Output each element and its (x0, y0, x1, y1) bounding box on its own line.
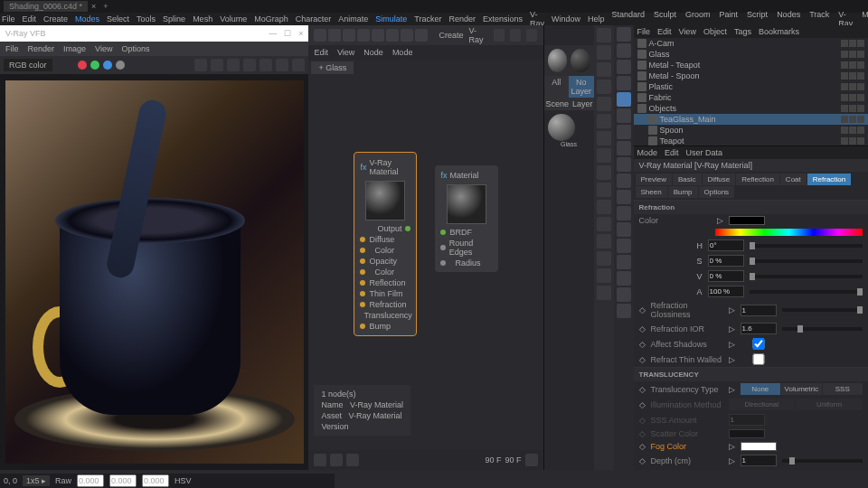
object-manager[interactable]: A-CamGlassMetal - TeapotMetal - SpoonPla… (634, 38, 869, 146)
vfb-menu-options[interactable]: Options (121, 44, 149, 53)
palette-icon[interactable] (597, 286, 611, 300)
alpha-slider[interactable] (750, 290, 863, 294)
output-port[interactable] (405, 226, 410, 231)
shadows-checkbox[interactable] (741, 338, 777, 350)
vfb-menu-file[interactable]: File (5, 44, 19, 53)
na-menu-create[interactable]: Create (439, 31, 463, 40)
input-port[interactable] (440, 260, 446, 266)
ol-menu-edit[interactable]: Edit (657, 27, 672, 36)
panel-icon[interactable] (617, 206, 631, 221)
palette-icon[interactable] (597, 97, 611, 111)
input-port[interactable] (360, 291, 365, 296)
na-tool-icon[interactable] (314, 29, 326, 42)
panel-icon[interactable] (617, 287, 631, 302)
tool-icon[interactable] (292, 59, 305, 71)
panel-icon[interactable] (617, 255, 631, 269)
palette-icon[interactable] (597, 62, 611, 77)
na-tool-icon[interactable] (415, 29, 428, 42)
panel-icon[interactable] (617, 108, 631, 123)
input-port[interactable] (440, 245, 445, 250)
outliner-row[interactable]: Teapot (634, 136, 869, 146)
na-tool-icon[interactable] (346, 454, 359, 466)
menu-volume[interactable]: Volume (220, 14, 247, 23)
filter-all[interactable]: All (544, 76, 570, 98)
tab-preview[interactable]: Preview (636, 174, 672, 185)
panel-icon[interactable] (617, 239, 631, 253)
sat-slider[interactable] (750, 259, 863, 263)
outliner-row[interactable]: Plastic (634, 81, 869, 92)
hsv-label[interactable]: HSV (175, 476, 192, 485)
palette-icon[interactable] (597, 200, 611, 214)
palette-icon[interactable] (597, 183, 611, 197)
section-translucency[interactable]: TRANSLUCENCY (634, 367, 869, 381)
gray-dot-icon[interactable] (116, 61, 125, 70)
panel-icon[interactable] (617, 60, 631, 74)
ol-menu-object[interactable]: Object (703, 27, 727, 36)
stat-input[interactable] (109, 474, 137, 487)
tab-basic[interactable]: Basic (673, 174, 702, 185)
close-icon[interactable]: × (298, 29, 303, 38)
outliner-row[interactable]: Spoon (634, 125, 869, 136)
input-port[interactable] (360, 258, 365, 264)
menu-window[interactable]: Window (552, 14, 580, 23)
material-tab[interactable]: + Glass (311, 61, 354, 74)
menu-animate[interactable]: Animate (338, 14, 368, 23)
vfb-titlebar[interactable]: V-Ray VFB —☐× (0, 25, 308, 42)
stat-input[interactable] (77, 474, 104, 487)
section-refraction[interactable]: Refraction (634, 200, 869, 214)
outliner-row[interactable]: Glass (634, 49, 869, 60)
ol-menu-tags[interactable]: Tags (734, 27, 751, 36)
outliner-row[interactable]: Metal - Teapot (634, 60, 869, 70)
menu-spline[interactable]: Spline (163, 14, 185, 23)
palette-icon[interactable] (597, 45, 611, 60)
tab-sheen[interactable]: Sheen (636, 186, 667, 198)
red-dot-icon[interactable] (78, 61, 87, 70)
na-menu-vray[interactable]: V-Ray (469, 26, 488, 44)
palette-icon[interactable] (597, 234, 611, 249)
palette-icon[interactable] (597, 80, 611, 94)
panel-icon[interactable] (617, 43, 631, 58)
menu-render[interactable]: Render (448, 14, 476, 23)
na-tool-icon[interactable] (386, 29, 399, 42)
na-tool-icon[interactable] (401, 29, 413, 42)
attr-menu-userdata[interactable]: User Data (686, 148, 723, 157)
hue-input[interactable] (708, 239, 744, 251)
palette-icon[interactable] (597, 148, 611, 163)
channel-select[interactable]: RGB color (4, 59, 52, 71)
ol-menu-file[interactable]: File (637, 27, 651, 36)
file-tab[interactable]: Shading_0006.c4d * (4, 1, 88, 12)
menu-file[interactable]: File (2, 14, 15, 23)
add-tab-icon[interactable]: + (103, 2, 108, 11)
material-ball[interactable] (548, 49, 568, 72)
tab-refraction[interactable]: Refraction (807, 174, 851, 185)
outliner-row[interactable]: TeaGlass_Main (634, 114, 869, 125)
outliner-row[interactable]: Objects (634, 103, 869, 114)
attr-menu-edit[interactable]: Edit (665, 148, 679, 157)
stat-input[interactable] (142, 474, 169, 487)
material-ball[interactable] (571, 49, 590, 72)
node-editor[interactable]: Create V-Ray Edit View Node Mode + Glass… (308, 25, 542, 470)
na-sub-mode[interactable]: Mode (392, 48, 413, 57)
input-port[interactable] (360, 280, 365, 286)
na-tool-icon[interactable] (357, 29, 370, 42)
attr-menu-mode[interactable]: Mode (637, 148, 658, 157)
val-input[interactable] (708, 270, 744, 282)
node-material[interactable]: fxMaterial BRDF Round Edges Radius (435, 165, 498, 272)
minimize-icon[interactable]: — (269, 29, 277, 38)
tool-icon[interactable] (276, 59, 288, 71)
na-sub-view[interactable]: View (337, 48, 354, 57)
depth-input[interactable] (741, 455, 777, 466)
vfb-menu-render[interactable]: Render (28, 44, 55, 53)
menu-tracker[interactable]: Tracker (414, 14, 441, 23)
menu-edit[interactable]: Edit (23, 14, 37, 23)
palette-icon[interactable] (597, 114, 611, 128)
menu-mesh[interactable]: Mesh (193, 14, 212, 23)
alpha-input[interactable] (708, 286, 744, 297)
menu-simulate[interactable]: Simulate (375, 14, 407, 23)
na-tool-icon[interactable] (328, 29, 341, 42)
trans-none[interactable]: None (741, 383, 781, 395)
filter-nolayer[interactable]: No Layer (569, 76, 594, 98)
fog-swatch[interactable] (741, 442, 777, 451)
ior-input[interactable] (741, 323, 777, 334)
green-dot-icon[interactable] (90, 61, 99, 70)
